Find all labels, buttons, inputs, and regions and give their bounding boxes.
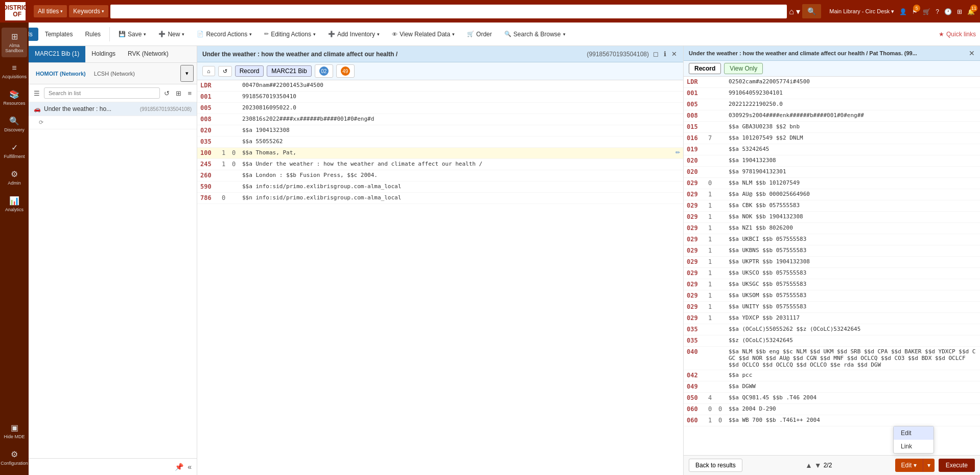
subtab-homoit[interactable]: HOMOIT (Network) [32, 69, 90, 79]
marc-row[interactable]: 035 $$a 55055262 [197, 137, 683, 148]
sidebar-item-acquisitions[interactable]: ≡ Acquisitions [2, 59, 27, 83]
filter-icon[interactable]: ☰ [32, 88, 42, 98]
back-to-results-button[interactable]: Back to results [689, 459, 742, 472]
tab-marc21-bib[interactable]: MARC21 Bib (1) [29, 46, 85, 62]
marc-row[interactable]: 029 0 $$a NLM $$b 101207549 [684, 178, 980, 189]
marc-row[interactable]: 590 $$a info:sid/primo.exlibrisgroup.com… [197, 182, 683, 193]
marc-row[interactable]: 029 1 $$a CBK $$b 057555583 [684, 200, 980, 212]
marc-row[interactable]: 001 9910640592304101 [684, 88, 980, 99]
subtab-lcsh[interactable]: LCSH (Network) [90, 69, 139, 79]
view-related-data-button[interactable]: 👁 View Related Data ▾ [386, 28, 460, 41]
next-page-button[interactable]: ▼ [814, 461, 822, 469]
right-view-only-tab[interactable]: View Only [724, 63, 763, 74]
marc-row[interactable]: 029 1 $$a AU@ $$b 000025664960 [684, 189, 980, 200]
list-icon[interactable]: ≡ [185, 88, 194, 98]
marc-row[interactable]: 020 $$a 9781904132301 [684, 167, 980, 178]
marc-row[interactable]: 020 $$a 1904132308 [197, 125, 683, 137]
mode-dropdown[interactable]: Keywords ▾ [69, 5, 108, 17]
rules-button[interactable]: Rules [79, 28, 106, 41]
record-actions-button[interactable]: 📄 Record Actions ▾ [191, 28, 258, 41]
marc-row[interactable]: 029 1 $$a UKPTR $$b 1904132308 [684, 257, 980, 268]
marc-row[interactable]: 042 $$a pcc [684, 370, 980, 381]
pin-icon[interactable]: 📌 [173, 462, 185, 472]
marc-row[interactable]: 060 1 0 $$a WB 700 $$b .T461++ 2004 [684, 415, 980, 426]
count-02-badge[interactable]: 02 [315, 64, 333, 78]
marc-row[interactable]: 029 1 $$a UKSOM $$b 057555583 [684, 290, 980, 302]
marc-row[interactable]: 786 0 $$n info:sid/primo.exlibrisgroup.c… [197, 193, 683, 204]
new-button[interactable]: ➕ New ▾ [153, 28, 190, 41]
search-input[interactable] [110, 5, 787, 18]
refresh-icon[interactable]: ↺ [162, 88, 172, 98]
count-49-badge[interactable]: 49 [336, 64, 355, 78]
sidebar-item-analytics[interactable]: 📊 Analytics [2, 192, 27, 216]
subtab-dropdown[interactable]: ▾ [180, 65, 194, 82]
close-icon[interactable]: ✕ [670, 49, 678, 59]
marc-row[interactable]: 008 230816s2022####xx######b####001#0#en… [197, 114, 683, 125]
marc-row[interactable]: 029 1 $$a UKBCI $$b 057555583 [684, 234, 980, 245]
marc-row[interactable]: 029 1 $$a UKSCO $$b 057555583 [684, 268, 980, 279]
help-icon-button[interactable]: ? [936, 7, 939, 15]
history-icon[interactable]: ↺ [218, 66, 232, 77]
sidebar-item-hide-mde[interactable]: ▣ Hide MDE [2, 419, 27, 443]
add-inventory-button[interactable]: ➕ Add Inventory ▾ [322, 28, 385, 41]
search-submit-button[interactable]: 🔍 [802, 4, 821, 18]
marc-row[interactable]: LDR 00470nam##22001453u#4500 [197, 80, 683, 92]
notifications-icon-button[interactable]: 🔔 11 [967, 7, 975, 15]
prev-page-button[interactable]: ▲ [805, 461, 812, 469]
sidebar-item-discovery[interactable]: 🔍 Discovery [2, 112, 27, 137]
marc-row[interactable]: 008 030929s2004####enk######b####001#0#e… [684, 110, 980, 122]
marc-row[interactable]: 029 1 $$a UNITY $$b 057555583 [684, 302, 980, 313]
tree-item-record[interactable]: 🚗 Under the weather : ho... (99185670193… [29, 102, 197, 116]
marc-row[interactable]: 040 $$a NLM $$b eng $$c NLM $$d UKM $$d … [684, 347, 980, 370]
marc-row[interactable]: 050 4 $$a QC981.45 $$b .T46 2004 [684, 393, 980, 404]
marc-row[interactable]: 019 $$a 53242645 [684, 144, 980, 155]
record-tab-btn[interactable]: Record [235, 65, 264, 77]
marc-row[interactable]: 005 20230816095022.0 [197, 103, 683, 114]
marc-row[interactable]: 245 1 0 $$a Under the weather : how the … [197, 159, 683, 170]
marc-row[interactable]: 060 0 0 $$a 2004 D-290 [684, 404, 980, 415]
right-close-icon[interactable]: ✕ [969, 49, 975, 57]
collapse-icon[interactable]: « [185, 462, 194, 472]
marc-row[interactable]: 049 $$a DGWW [684, 381, 980, 393]
tab-rvk-network[interactable]: RVK (Network) [122, 46, 175, 62]
order-button[interactable]: 🛒 Order [461, 28, 498, 41]
edit-dropdown-edit[interactable]: Edit [894, 426, 934, 440]
sidebar-item-admin[interactable]: ⚙ Admin [2, 165, 27, 190]
editing-actions-button[interactable]: ✏ Editing Actions ▾ [259, 28, 321, 41]
marc-row[interactable]: 100 1 0 $$a Thomas, Pat, ✏ [197, 148, 683, 159]
edit-dropdown-link[interactable]: Link [894, 440, 934, 453]
execute-button[interactable]: Execute [939, 459, 975, 472]
user-icon-button[interactable]: 👤 [899, 7, 907, 15]
cart-icon-button[interactable]: 🛒 [923, 7, 930, 15]
marc-row[interactable]: 029 1 $$a NOK $$b 1904132308 [684, 212, 980, 223]
scope-dropdown[interactable]: All titles ▾ [34, 5, 67, 17]
marc-row[interactable]: 029 1 $$a YDXCP $$b 2031117 [684, 313, 980, 324]
home-button[interactable]: ⌂ ▾ [789, 7, 800, 16]
edit-arrow-button[interactable]: ▾ [923, 459, 935, 472]
marc-row[interactable]: 029 1 $$a UKSGC $$b 057555583 [684, 279, 980, 290]
marc-row[interactable]: 015 $$a GBA3U0238 $$2 bnb [684, 122, 980, 133]
marc-row[interactable]: 029 1 $$a NZ1 $$b 8026200 [684, 223, 980, 234]
quick-links-button[interactable]: ★ Quick links [939, 31, 976, 38]
marc-row[interactable]: 035 $$z (OCoLC)53242645 [684, 335, 980, 347]
right-record-tab[interactable]: Record [689, 63, 721, 74]
info-icon[interactable]: ℹ [663, 49, 667, 59]
templates-button[interactable]: Templates [39, 28, 79, 41]
tasks-icon-button[interactable]: ⚑ 5 [912, 7, 918, 15]
marc-row[interactable]: 260 $$a London : $$b Fusion Press, $$c 2… [197, 170, 683, 182]
marc-row[interactable]: 001 9918567019350410 [197, 92, 683, 103]
list-search-input[interactable] [44, 87, 160, 99]
home-small-icon[interactable]: ⌂ [202, 66, 215, 76]
sidebar-item-fulfillment[interactable]: ✓ Fulfillment [2, 139, 27, 163]
marc-row[interactable]: 035 $$a (OCoLC)55055262 $$z (OCoLC)53242… [684, 324, 980, 335]
marc-row[interactable]: 029 1 $$a UKBNS $$b 057555583 [684, 245, 980, 257]
sidebar-item-resources[interactable]: 📚 Resources [2, 85, 27, 110]
grid-icon[interactable]: ⊞ [174, 88, 183, 98]
sidebar-item-configuration[interactable]: ⚙ Configuration [2, 445, 27, 470]
marc-row[interactable]: LDR 02502cam#a22005774i#4500 [684, 77, 980, 88]
marc-row[interactable]: 005 20221222190250.0 [684, 99, 980, 110]
tab-holdings[interactable]: Holdings [85, 46, 122, 62]
save-button[interactable]: 💾 Save ▾ [113, 28, 152, 41]
marc-row[interactable]: 016 7 $$a 101207549 $$2 DNLM [684, 133, 980, 144]
apps-icon-button[interactable]: ⊞ [957, 7, 962, 15]
